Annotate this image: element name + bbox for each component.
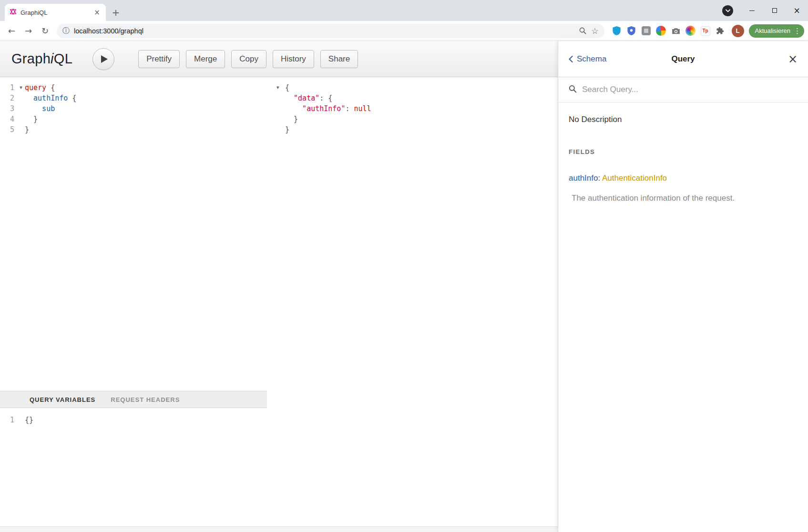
browser-window: GraphiQL × + × ← → ↻ ⓘ localhost:3000/gr… bbox=[0, 0, 808, 532]
code-line: 1 {} bbox=[0, 415, 267, 425]
graphiql-topbar: GraphiQL Prettify Merge Copy History Sha… bbox=[0, 41, 558, 77]
update-button-label: Aktualisieren bbox=[755, 27, 790, 34]
maximize-icon bbox=[772, 8, 777, 13]
tab-query-variables[interactable]: QUERY VARIABLES bbox=[30, 396, 95, 403]
color-ball-extension-icon[interactable] bbox=[655, 25, 667, 37]
line-number: 5 bbox=[0, 124, 17, 135]
window-maximize-button[interactable] bbox=[763, 0, 786, 21]
page-info-icon[interactable]: ⓘ bbox=[62, 26, 70, 35]
graphiql-favicon-icon bbox=[10, 8, 17, 17]
doc-search-bar bbox=[558, 77, 808, 102]
new-tab-button[interactable]: + bbox=[109, 5, 123, 20]
graphiql-main: GraphiQL Prettify Merge Copy History Sha… bbox=[0, 41, 558, 532]
doc-content: No Description FIELDS authInfo: Authenti… bbox=[558, 102, 808, 215]
doc-explorer: Query Schema × No Description FIELDS aut… bbox=[558, 41, 808, 532]
doc-search-input[interactable] bbox=[582, 85, 798, 94]
tab-title: GraphiQL bbox=[20, 9, 89, 16]
doc-back-link[interactable]: Schema bbox=[569, 54, 606, 64]
zoom-icon[interactable] bbox=[579, 27, 587, 35]
line-number: 1 bbox=[0, 415, 17, 425]
graphiql-app: GraphiQL Prettify Merge Copy History Sha… bbox=[0, 41, 808, 532]
menu-dots-icon[interactable]: ⋮ bbox=[794, 27, 801, 35]
query-column: 1 ▾ query { 2 authInfo { 3 s bbox=[0, 77, 267, 526]
forward-button[interactable]: → bbox=[20, 23, 36, 39]
tp-extension-icon[interactable]: Tp bbox=[700, 25, 711, 37]
share-button[interactable]: Share bbox=[320, 50, 358, 68]
puzzle-extensions-icon[interactable] bbox=[715, 25, 726, 37]
doc-field-item: authInfo: AuthenticationInfo bbox=[569, 174, 798, 183]
chevron-left-icon bbox=[569, 56, 573, 62]
tab-close-icon[interactable]: × bbox=[93, 9, 101, 17]
code-line: 2 authInfo { bbox=[0, 93, 267, 103]
variables-title-bar: QUERY VARIABLES REQUEST HEADERS bbox=[0, 391, 267, 408]
code-line: 4 } bbox=[0, 114, 267, 124]
extensions-area: Tp bbox=[608, 25, 729, 37]
play-icon bbox=[101, 55, 108, 63]
update-browser-button[interactable]: Aktualisieren ⋮ bbox=[749, 24, 804, 38]
copy-button[interactable]: Copy bbox=[231, 50, 266, 68]
bookmark-star-icon[interactable]: ☆ bbox=[591, 26, 598, 36]
horizontal-scrollbar[interactable] bbox=[0, 526, 558, 532]
doc-fields-header: FIELDS bbox=[569, 148, 798, 155]
gray-square-extension-icon[interactable] bbox=[641, 25, 652, 37]
graphiql-toolbar-buttons: Prettify Merge Copy History Share bbox=[138, 50, 358, 68]
close-icon: × bbox=[793, 6, 800, 15]
blue-shield-extension-icon[interactable] bbox=[626, 25, 637, 37]
pinwheel-extension-icon[interactable] bbox=[685, 25, 696, 37]
shield-extension-icon[interactable] bbox=[611, 25, 623, 37]
chevron-down-icon bbox=[726, 9, 730, 12]
query-editor[interactable]: 1 ▾ query { 2 authInfo { 3 s bbox=[0, 77, 267, 391]
camera-extension-icon[interactable] bbox=[670, 25, 682, 37]
history-button[interactable]: History bbox=[273, 50, 314, 68]
doc-close-button[interactable]: × bbox=[788, 53, 798, 65]
variables-editor[interactable]: 1 {} bbox=[0, 408, 267, 526]
editors-area: 1 ▾ query { 2 authInfo { 3 s bbox=[0, 77, 558, 526]
doc-explorer-header: Query Schema × bbox=[558, 41, 808, 77]
code-line: "authInfo": null bbox=[276, 103, 558, 114]
merge-button[interactable]: Merge bbox=[186, 50, 225, 68]
back-button[interactable]: ← bbox=[4, 23, 20, 39]
browser-toolbar: ← → ↻ ⓘ localhost:3000/graphql ☆ bbox=[0, 21, 808, 41]
url-bar[interactable]: ⓘ localhost:3000/graphql ☆ bbox=[57, 24, 604, 38]
prettify-button[interactable]: Prettify bbox=[138, 50, 180, 68]
tab-search-button[interactable] bbox=[722, 5, 733, 16]
code-line: 3 sub bbox=[0, 103, 267, 114]
window-close-button[interactable]: × bbox=[786, 0, 808, 21]
execute-query-button[interactable] bbox=[92, 48, 114, 70]
window-controls: × bbox=[741, 0, 808, 21]
search-icon bbox=[569, 85, 577, 95]
fold-arrow-icon[interactable]: ▾ bbox=[17, 82, 25, 93]
code-line: "data": { bbox=[276, 93, 558, 103]
graphiql-logo: GraphiQL bbox=[11, 51, 72, 67]
reload-button[interactable]: ↻ bbox=[37, 23, 53, 39]
result-pane: ▾ { "data": { "authInfo": null } bbox=[267, 77, 558, 526]
field-name-link[interactable]: authInfo bbox=[569, 174, 598, 183]
line-number: 3 bbox=[0, 103, 17, 114]
doc-no-description: No Description bbox=[569, 115, 798, 124]
browser-tab[interactable]: GraphiQL × bbox=[5, 4, 106, 21]
profile-avatar[interactable]: L bbox=[732, 25, 744, 37]
code-line: } bbox=[276, 124, 558, 135]
browser-tabstrip: GraphiQL × + × bbox=[0, 0, 808, 21]
code-line: ▾ { bbox=[276, 82, 558, 93]
tab-request-headers[interactable]: REQUEST HEADERS bbox=[111, 396, 180, 403]
window-minimize-button[interactable] bbox=[741, 0, 763, 21]
field-type-link[interactable]: AuthenticationInfo bbox=[602, 174, 667, 183]
code-line: 5 } bbox=[0, 124, 267, 135]
code-line: } bbox=[276, 114, 558, 124]
minimize-icon bbox=[749, 10, 755, 11]
code-line: 1 ▾ query { bbox=[0, 82, 267, 93]
line-number: 2 bbox=[0, 93, 17, 103]
field-description: The authentication information of the re… bbox=[572, 194, 798, 203]
url-text[interactable]: localhost:3000/graphql bbox=[74, 27, 143, 35]
line-number: 1 bbox=[0, 82, 17, 93]
fold-arrow-icon[interactable]: ▾ bbox=[276, 82, 285, 93]
line-number: 4 bbox=[0, 114, 17, 124]
